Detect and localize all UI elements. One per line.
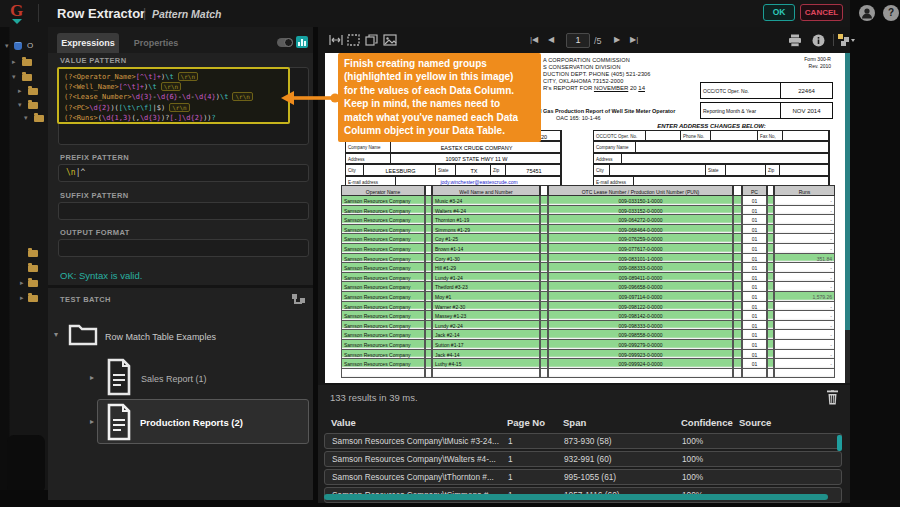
tree-node[interactable]: ▾ xyxy=(0,99,48,111)
tree-node[interactable]: ▾ xyxy=(0,112,48,124)
doc-production-table: Operator NameWell Name and NumberOTC Lea… xyxy=(341,185,835,378)
folder-icon xyxy=(34,115,44,122)
output-format-label: OUTPUT FORMAT xyxy=(60,228,130,237)
doc-table-row: Samson Resources CompanyJack #4-14009-09… xyxy=(341,350,835,360)
copy-icon[interactable] xyxy=(365,34,378,46)
expressions-panel: Expressions Properties VALUE PATTERN (?<… xyxy=(48,27,313,500)
doc-month-box: Reporting Month & YearNOV 2014 xyxy=(700,102,833,119)
doc-subtitle: l Gas Production Report of Well Site Met… xyxy=(540,108,675,114)
database-icon xyxy=(14,42,22,50)
doc-table-row: Samson Resources CompanyCory #1-30009-08… xyxy=(341,254,835,264)
tree-node[interactable]: ▸ xyxy=(0,85,48,97)
app-logo: G xyxy=(10,1,23,21)
callout-arrow xyxy=(281,85,341,111)
doc-table-row: Samson Resources CompanyJack #2-14009-09… xyxy=(341,330,835,340)
results-panel: 133 results in 39 ms. ValuePage NoSpanCo… xyxy=(318,385,850,503)
doc-table-row: Samson Resources CompanyMassey #1-23009-… xyxy=(341,311,835,321)
sidebar-footer-panel xyxy=(7,435,45,490)
tree-node[interactable] xyxy=(0,262,48,274)
output-format-input[interactable] xyxy=(58,239,309,257)
user-avatar-icon[interactable] xyxy=(859,5,875,21)
test-batch-label: TEST BATCH xyxy=(60,295,111,304)
doc-table-row: Samson Resources CompanyMoy #1009-097114… xyxy=(341,292,835,302)
print-icon[interactable] xyxy=(788,34,802,47)
top-bar: G Row Extractor | Pattern Match OK CANCE… xyxy=(0,0,850,27)
results-status: 133 results in 39 ms. xyxy=(330,392,418,403)
doc-right-address-block: OCC/OTC Oper. No. Phone No. Fax No, Comp… xyxy=(593,130,830,187)
thumbnails-icon[interactable] xyxy=(838,34,856,47)
prefix-pattern-label: PREFIX PATTERN xyxy=(60,153,129,162)
value-pattern-highlight[interactable]: (?<Operator_Name>[^\t]+)\t\r\n(?<Well_Na… xyxy=(57,67,290,124)
last-page-button[interactable]: ▶| xyxy=(630,35,638,44)
result-row[interactable]: Samson Resources Company\tMusic #3-24...… xyxy=(324,433,842,449)
tree-node[interactable]: ▸ xyxy=(0,292,48,304)
doc-table-row: Samson Resources CompanyWarner #2-30009-… xyxy=(341,302,835,312)
tab-bar: Expressions Properties xyxy=(48,27,313,53)
tree-item-production-label: Production Reports (2) xyxy=(140,417,243,428)
ok-button[interactable]: OK xyxy=(763,4,795,21)
doc-oac: OAC 165: 10-1-46 xyxy=(556,115,601,121)
viewer-scrollbar[interactable] xyxy=(845,53,850,383)
tab-expressions[interactable]: Expressions xyxy=(57,33,119,53)
info-icon[interactable] xyxy=(812,34,825,47)
divider xyxy=(48,285,313,288)
viewer-toolbar: |◀ ◀ 1 /5 ▶ ▶| xyxy=(318,27,850,53)
doc-address-banner: ENTER ADDRESS CHANGES BELOW: xyxy=(593,123,830,129)
first-page-button[interactable]: |◀ xyxy=(530,35,538,44)
toggle-switch[interactable] xyxy=(277,38,293,47)
tree-node[interactable] xyxy=(0,247,48,259)
tree-folder-label[interactable]: Row Match Table Examples xyxy=(105,332,216,342)
callout-note: Finish creating named groups(highlighted… xyxy=(338,53,541,142)
doc-table-row: Samson Resources CompanyBrown #1-14009-0… xyxy=(341,244,835,254)
hierarchy-icon[interactable] xyxy=(292,294,305,307)
select-region-icon[interactable] xyxy=(347,34,360,46)
chart-icon[interactable] xyxy=(296,36,308,48)
result-row[interactable]: Samson Resources Company\tWalters #4-...… xyxy=(324,451,842,467)
syntax-status: OK: Syntax is valid. xyxy=(60,270,142,281)
prev-page-button[interactable]: ◀ xyxy=(548,35,554,44)
folder-icon xyxy=(28,295,38,302)
suffix-pattern-label: SUFFIX PATTERN xyxy=(60,191,129,200)
prefix-pattern-input[interactable]: \n|^ xyxy=(58,164,309,182)
value-pattern-label: VALUE PATTERN xyxy=(60,56,126,65)
doc-table-row: Samson Resources CompanyLundy #1-24009-0… xyxy=(341,273,835,283)
expand-arrow[interactable]: ▸ xyxy=(90,373,94,382)
next-page-button[interactable]: ▶ xyxy=(614,35,620,44)
fit-width-icon[interactable] xyxy=(329,34,343,46)
page-number-input[interactable]: 1 xyxy=(566,33,590,48)
trash-icon[interactable] xyxy=(826,390,839,405)
results-table-header: ValuePage NoSpanConfidenceSource xyxy=(324,417,842,428)
tree-node-root[interactable]: ▾ O xyxy=(0,40,48,52)
image-icon[interactable] xyxy=(383,34,397,46)
doc-table-row: Samson Resources CompanyThornton #1-1900… xyxy=(341,215,835,225)
tree-node[interactable]: ▸ xyxy=(0,56,48,68)
tree-item-sales-report[interactable]: Sales Report (1) xyxy=(141,374,207,384)
logo-chevron-icon xyxy=(12,19,22,24)
folder-icon xyxy=(22,74,32,81)
doc-table-row: Samson Resources CompanyWalters #4-24009… xyxy=(341,206,835,216)
folder-icon xyxy=(28,280,38,287)
expand-arrow[interactable]: ▾ xyxy=(54,330,58,339)
doc-table-row: Samson Resources CompanyLuthy #4-15009-0… xyxy=(341,359,835,369)
result-row[interactable]: Samson Resources Company\tThornton #...1… xyxy=(324,469,842,485)
results-horizontal-scrollbar[interactable] xyxy=(324,494,828,500)
doc-table-row: Samson Resources CompanyThetford #3-2300… xyxy=(341,282,835,292)
doc-oper-no-box: OCC/OTC Oper. No.22464 xyxy=(700,82,833,99)
help-icon[interactable]: ? xyxy=(883,5,899,21)
cancel-button[interactable]: CANCEL xyxy=(800,4,843,21)
expand-arrow[interactable]: ▸ xyxy=(90,417,94,426)
doc-table-row: Samson Resources CompanyCoy #1-25009-076… xyxy=(341,234,835,244)
tab-properties[interactable]: Properties xyxy=(125,33,187,53)
doc-report-line: R's REPORT FOR NOVEMBER 20 14 xyxy=(543,85,645,91)
tree-node[interactable]: ▸ xyxy=(0,277,48,289)
folder-icon xyxy=(28,265,38,272)
results-vertical-scrollbar[interactable] xyxy=(837,435,842,451)
doc-table-row: Samson Resources CompanySimmons #1-29009… xyxy=(341,225,835,235)
mode-subtitle: Pattern Match xyxy=(152,8,221,20)
tree-node[interactable]: ▾ xyxy=(0,71,48,83)
folder-icon xyxy=(28,250,38,257)
document-icon xyxy=(106,358,132,396)
suffix-pattern-input[interactable] xyxy=(58,202,309,220)
doc-table-row: Samson Resources CompanyMusic #3-24009-0… xyxy=(341,196,835,206)
divider xyxy=(38,4,39,22)
